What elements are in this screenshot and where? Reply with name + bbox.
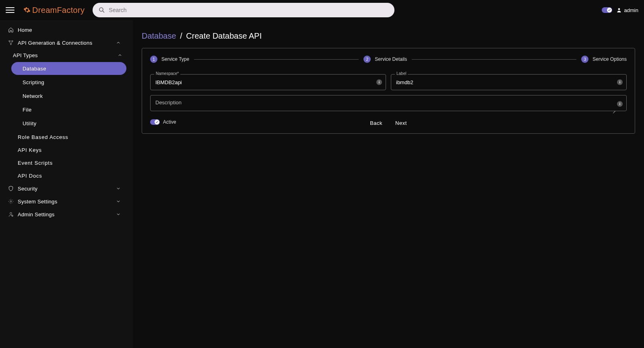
active-toggle[interactable] bbox=[150, 119, 160, 125]
breadcrumb-current: Create Database API bbox=[186, 31, 262, 40]
back-button[interactable]: Back bbox=[367, 118, 385, 128]
breadcrumb: Database / Create Database API bbox=[142, 31, 635, 41]
sidebar-label: Utility bbox=[23, 120, 37, 126]
sidebar-label: Role Based Access bbox=[18, 134, 68, 140]
chevron-down-icon bbox=[116, 186, 121, 191]
sidebar-item-file[interactable]: File bbox=[11, 103, 126, 116]
svg-point-0 bbox=[99, 8, 103, 11]
shield-icon bbox=[8, 186, 14, 191]
header: DreamFactory admin bbox=[0, 0, 644, 20]
namespace-input[interactable] bbox=[150, 74, 386, 90]
sidebar: Home API Generation & Connections API Ty… bbox=[0, 20, 133, 348]
svg-line-1 bbox=[103, 11, 105, 12]
check-icon bbox=[155, 120, 159, 124]
main-content: Database / Create Database API 1 Service… bbox=[133, 20, 644, 348]
theme-toggle[interactable] bbox=[602, 7, 612, 13]
sidebar-item-api-gen[interactable]: API Generation & Connections bbox=[6, 36, 126, 49]
active-label: Active bbox=[163, 119, 176, 125]
info-icon[interactable]: i bbox=[376, 79, 382, 85]
user-icon bbox=[616, 7, 622, 13]
sidebar-label: API Docs bbox=[18, 173, 42, 179]
label-field-wrap: Label i bbox=[391, 74, 627, 90]
home-icon bbox=[8, 27, 14, 33]
logo[interactable]: DreamFactory bbox=[23, 6, 85, 15]
sidebar-item-api-docs[interactable]: API Docs bbox=[11, 169, 126, 182]
svg-point-6 bbox=[10, 201, 12, 202]
breadcrumb-link[interactable]: Database bbox=[142, 31, 176, 40]
sidebar-label: System Settings bbox=[18, 199, 57, 205]
next-button[interactable]: Next bbox=[393, 118, 409, 128]
step-label: Service Options bbox=[592, 56, 627, 62]
sidebar-label: Event Scripts bbox=[18, 160, 53, 166]
description-input[interactable] bbox=[150, 95, 627, 111]
button-row: Back Next bbox=[150, 118, 627, 128]
sidebar-item-rba[interactable]: Role Based Access bbox=[11, 130, 126, 143]
sidebar-item-database[interactable]: Database bbox=[11, 62, 126, 75]
info-icon[interactable]: i bbox=[617, 79, 623, 85]
search-box[interactable] bbox=[93, 3, 394, 17]
menu-icon[interactable] bbox=[6, 6, 14, 14]
step-num: 2 bbox=[363, 56, 371, 63]
svg-point-3 bbox=[9, 41, 10, 41]
gear-icon bbox=[8, 199, 14, 204]
connections-icon bbox=[8, 40, 14, 46]
info-icon[interactable]: i bbox=[617, 101, 623, 107]
chevron-down-icon bbox=[116, 199, 121, 204]
chevron-up-icon bbox=[118, 53, 122, 58]
logo-text: DreamFactory bbox=[32, 6, 85, 15]
check-icon bbox=[608, 8, 611, 12]
step-1[interactable]: 1 Service Type bbox=[150, 56, 189, 63]
description-field-wrap: i bbox=[150, 95, 627, 113]
resize-handle-icon[interactable] bbox=[612, 108, 615, 111]
sidebar-item-system-settings[interactable]: System Settings bbox=[6, 195, 126, 208]
step-divider bbox=[194, 59, 359, 60]
chevron-down-icon bbox=[116, 212, 121, 217]
sidebar-item-api-types[interactable]: API Types bbox=[11, 49, 126, 61]
sidebar-item-admin-settings[interactable]: Admin Settings bbox=[6, 208, 126, 221]
svg-point-4 bbox=[12, 41, 13, 41]
label-label: Label bbox=[395, 71, 408, 76]
sidebar-item-api-keys[interactable]: API Keys bbox=[11, 143, 126, 156]
form-card: 1 Service Type 2 Service Details 3 Servi… bbox=[142, 48, 635, 134]
svg-point-5 bbox=[10, 44, 11, 45]
admin-icon bbox=[8, 211, 14, 217]
search-icon bbox=[98, 6, 105, 14]
step-3[interactable]: 3 Service Options bbox=[581, 56, 627, 63]
label-input[interactable] bbox=[391, 74, 627, 90]
step-num: 1 bbox=[150, 56, 157, 63]
sidebar-label: API Keys bbox=[18, 147, 42, 153]
sidebar-label: File bbox=[23, 107, 32, 113]
sidebar-item-network[interactable]: Network bbox=[11, 89, 126, 102]
sidebar-label: API Generation & Connections bbox=[18, 40, 92, 46]
breadcrumb-sep: / bbox=[180, 31, 182, 40]
sidebar-label: Home bbox=[18, 27, 32, 33]
search-input[interactable] bbox=[109, 7, 389, 13]
sidebar-item-home[interactable]: Home bbox=[6, 23, 126, 36]
step-label: Service Details bbox=[375, 56, 407, 62]
sidebar-label: Scripting bbox=[23, 79, 44, 85]
active-toggle-row: Active bbox=[150, 119, 176, 125]
sidebar-label: API Types bbox=[13, 52, 38, 58]
sidebar-item-utility[interactable]: Utility bbox=[11, 117, 126, 130]
sidebar-label: Admin Settings bbox=[18, 211, 55, 218]
sidebar-label: Network bbox=[23, 93, 43, 99]
user-menu[interactable]: admin bbox=[616, 7, 638, 13]
svg-point-7 bbox=[10, 212, 12, 214]
chevron-up-icon bbox=[116, 40, 121, 45]
gear-icon bbox=[23, 6, 31, 14]
sidebar-label: Security bbox=[18, 186, 37, 192]
step-num: 3 bbox=[581, 56, 588, 63]
sidebar-item-event-scripts[interactable]: Event Scripts bbox=[11, 156, 126, 169]
step-divider bbox=[412, 59, 576, 60]
sidebar-item-scripting[interactable]: Scripting bbox=[11, 76, 126, 89]
namespace-label: Namespace* bbox=[154, 71, 180, 76]
step-label: Service Type bbox=[161, 56, 189, 62]
sidebar-item-security[interactable]: Security bbox=[6, 182, 126, 195]
namespace-field-wrap: Namespace* i bbox=[150, 74, 386, 90]
admin-label: admin bbox=[624, 7, 638, 13]
svg-point-2 bbox=[618, 8, 620, 10]
stepper: 1 Service Type 2 Service Details 3 Servi… bbox=[150, 56, 627, 63]
sidebar-label: Database bbox=[23, 66, 46, 72]
step-2[interactable]: 2 Service Details bbox=[363, 56, 407, 63]
